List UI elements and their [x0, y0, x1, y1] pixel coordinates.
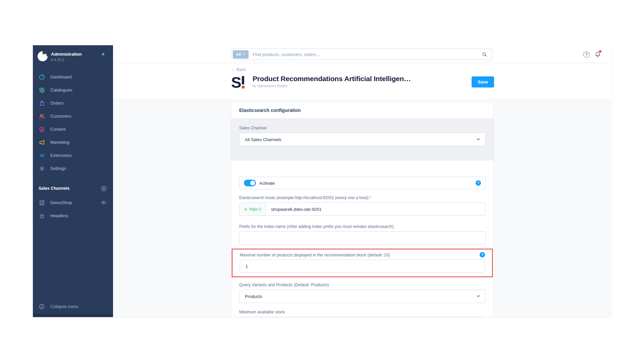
notification-dot	[599, 50, 602, 53]
lock-icon	[244, 207, 248, 212]
required-mark: *	[370, 195, 371, 200]
collapse-menu-button[interactable]: Collapse menu	[33, 301, 113, 313]
min-stock-input[interactable]	[239, 317, 486, 317]
elasticsearch-config-card: Elasticsearch configuration Sales Channe…	[231, 102, 494, 317]
help-icon[interactable]: ?	[583, 51, 590, 58]
activate-label: Activate	[259, 181, 275, 186]
sidebar: Administration 6.4.20.2 Dashboard Catalo…	[33, 45, 113, 317]
app-version: 6.4.20.2	[51, 58, 82, 62]
topbar: All ?	[113, 45, 611, 63]
content-area: Elasticsearch configuration Sales Channe…	[113, 99, 611, 317]
min-stock-label: Minimum available stock	[239, 310, 486, 314]
https-prefix: https://	[239, 203, 266, 216]
customers-icon	[39, 113, 45, 120]
plus-circle-icon[interactable]	[101, 185, 107, 192]
query-variants-label: Query Variants and Products (Default: Pr…	[239, 283, 486, 287]
basket-icon	[39, 213, 45, 219]
sidebar-item-extensions[interactable]: Extensions	[33, 149, 113, 162]
admin-window: Administration 6.4.20.2 Dashboard Catalo…	[33, 45, 611, 317]
hosts-label: Elasticsearch hosts (example:http://loca…	[239, 195, 486, 200]
dashboard-icon	[39, 74, 45, 80]
search-filter-dropdown[interactable]: All	[233, 50, 249, 59]
index-prefix-label: Prefix for the index name (After adding …	[239, 224, 486, 229]
search-input[interactable]	[253, 52, 492, 57]
content-icon	[39, 126, 45, 133]
sidebar-item-dashboard[interactable]: Dashboard	[33, 70, 113, 83]
orders-icon	[39, 100, 45, 107]
sidebar-footer-strip	[33, 314, 113, 317]
storefront-icon	[39, 199, 45, 206]
back-arrow-icon: ←	[231, 67, 235, 72]
main-area: All ? ← Back	[113, 45, 611, 317]
hosts-field: Elasticsearch hosts (example:http://loca…	[239, 195, 486, 216]
sidebar-nav: Dashboard Catalogues Orders Customers	[33, 70, 113, 175]
sidebar-item-headless[interactable]: Headless	[33, 209, 113, 222]
back-link[interactable]: ← Back	[231, 67, 246, 72]
collapse-chevron-icon	[39, 303, 45, 310]
min-stock-field: Minimum available stock	[239, 310, 486, 317]
sales-channel-section: Sales Channel All Sales Channels	[231, 119, 493, 161]
app-title: Administration	[51, 52, 82, 57]
sidebar-item-demoshop[interactable]: DemoShop	[33, 196, 113, 209]
catalogues-icon	[39, 87, 45, 94]
sales-channel-label: Sales Channel	[239, 126, 486, 130]
settings-icon	[39, 165, 45, 172]
max-products-label: Maximal number of products displayed in …	[240, 253, 390, 257]
marketing-icon	[39, 139, 45, 146]
save-button[interactable]: Save	[472, 76, 494, 87]
notification-bell-icon[interactable]	[594, 51, 601, 58]
sidebar-item-content[interactable]: Content	[33, 123, 113, 136]
chevron-down-icon	[476, 136, 481, 142]
online-status-dot	[102, 53, 104, 55]
query-variants-select[interactable]: Products	[239, 290, 486, 303]
help-badge-icon[interactable]: ?	[480, 252, 485, 257]
extensions-icon	[39, 152, 45, 159]
search-icon	[481, 51, 488, 58]
index-prefix-input[interactable]	[239, 231, 486, 245]
card-title: Elasticsearch configuration	[231, 102, 493, 119]
shopware-logo-icon	[38, 51, 48, 61]
sidebar-item-settings[interactable]: Settings	[33, 162, 113, 175]
help-badge-icon[interactable]: ?	[476, 180, 481, 186]
page-header: ← Back S Product Recommendations Artific…	[113, 63, 611, 99]
sidebar-item-orders[interactable]: Orders	[33, 97, 113, 110]
chevron-down-icon	[476, 293, 481, 299]
global-search[interactable]: All	[231, 49, 492, 60]
sales-channels-section: Sales Channels DemoShop Headless	[33, 183, 113, 222]
index-prefix-field: Prefix for the index name (After adding …	[239, 224, 486, 245]
config-form: Activate ? Elasticsearch hosts (example:…	[231, 161, 493, 317]
collapse-menu-label: Collapse menu	[50, 304, 78, 309]
eye-icon[interactable]	[100, 199, 107, 206]
sidebar-item-customers[interactable]: Customers	[33, 110, 113, 123]
sidebar-header: Administration 6.4.20.2	[33, 45, 113, 69]
sidebar-item-marketing[interactable]: Marketing	[33, 136, 113, 149]
sales-channel-select[interactable]: All Sales Channels	[239, 133, 486, 146]
page-title: Product Recommendations Artificial Intel…	[253, 75, 411, 83]
sales-channels-heading: Sales Channels	[39, 186, 101, 191]
hosts-input[interactable]	[266, 203, 485, 216]
max-products-input[interactable]	[240, 259, 485, 273]
activate-toggle[interactable]	[244, 180, 256, 186]
query-variants-field: Query Variants and Products (Default: Pr…	[239, 283, 486, 303]
annotation-highlight-box: Maximal number of products displayed in …	[232, 249, 493, 277]
chevron-down-icon	[242, 53, 246, 56]
plugin-byline: by signundsinn GmbH	[253, 84, 411, 88]
sidebar-item-catalogues[interactable]: Catalogues	[33, 83, 113, 97]
activate-field: Activate ?	[239, 177, 486, 189]
plugin-logo: S	[231, 75, 247, 91]
